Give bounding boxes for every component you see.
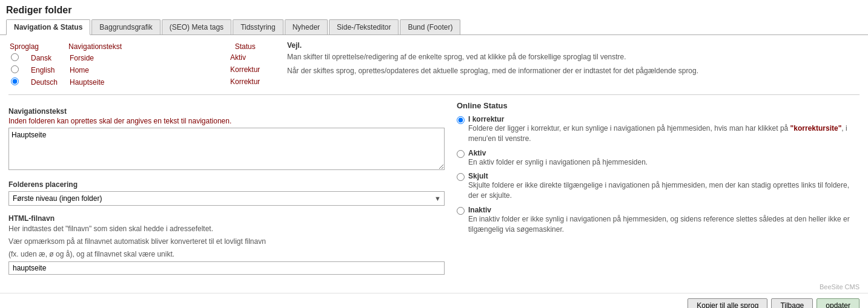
status-option-inaktiv: InaktivEn inaktiv folder er ikke synlig … — [457, 206, 860, 235]
status-desc-inaktiv: En inaktiv folder er ikke synlig i navig… — [468, 214, 860, 235]
sproglag-radio-dansk[interactable] — [11, 53, 19, 61]
tab-nyheder[interactable]: Nyheder — [285, 19, 328, 34]
two-col-layout: Navigationstekst Inden folderen kan opre… — [8, 101, 860, 275]
status-dansk: Aktiv — [228, 52, 262, 63]
copy-to-all-langs-button[interactable]: Kopier til alle sprog — [687, 298, 767, 308]
status-desc-skjult: Skjulte foldere er ikke direkte tilgænge… — [468, 180, 860, 201]
folder-placement-label: Folderens placering — [8, 180, 445, 189]
sproglag-name-deutsch[interactable]: Deutsch — [31, 78, 58, 87]
html-filename-desc3: (fx. uden æ, ø og å), og at filnavnet sk… — [8, 249, 445, 260]
status-option-skjult: SkjultSkjulte foldere er ikke direkte ti… — [457, 172, 860, 201]
online-status-title: Online Status — [457, 101, 860, 110]
status-link-korrektur: "korrektursite" — [790, 124, 842, 133]
vejl-text2: Når der skiftes sprog, oprettes/opdatere… — [287, 66, 860, 76]
tab-nav-status[interactable]: Navigation & Status — [6, 19, 90, 35]
sproglag-radio-english[interactable] — [11, 65, 19, 73]
status-desc-korrektur: Foldere der ligger i korrektur, er kun s… — [468, 123, 860, 144]
bottom-bar: Kopier til alle sprog Tilbage opdater — [0, 293, 868, 308]
col-status-header: Status — [228, 42, 262, 51]
status-radio-aktiv[interactable] — [457, 150, 465, 158]
html-filename-label: HTML-filnavn — [8, 214, 445, 223]
html-filename-desc1: Her indtastes det "filnavn" som siden sk… — [8, 224, 445, 234]
nav-text-input[interactable] — [8, 128, 445, 170]
folder-placement-select-wrapper: Første niveau (ingen folder) ▼ — [8, 191, 445, 206]
col-sproglag: Sproglag — [8, 41, 67, 52]
html-filename-input[interactable] — [8, 261, 445, 275]
status-desc-aktiv: En aktiv folder er synlig i navigationen… — [468, 157, 648, 168]
status-deutsch: Korrektur — [228, 76, 262, 87]
status-title-inaktiv: Inaktiv — [468, 206, 860, 214]
main-content: Sproglag Navigationstekst DanskForsideEn… — [0, 35, 868, 281]
sproglag-name-dansk[interactable]: Dansk — [31, 54, 51, 62]
tab-bar: Navigation & Status Baggrundsgrafik (SEO… — [0, 19, 868, 35]
beesite-watermark: BeeSite CMS — [0, 281, 868, 293]
language-section: Sproglag Navigationstekst DanskForsideEn… — [8, 41, 860, 95]
page-title: Rediger folder — [0, 0, 868, 19]
status-column: Status AktivKorrekturKorrektur — [227, 41, 275, 88]
status-english: Korrektur — [228, 64, 262, 75]
navtext-english[interactable]: Home — [70, 66, 89, 74]
tab-seo-meta[interactable]: (SEO) Meta tags — [162, 19, 231, 34]
status-radio-inaktiv[interactable] — [457, 207, 465, 215]
status-option-korrektur: I korrekturFoldere der ligger i korrektu… — [457, 115, 860, 144]
status-options: I korrekturFoldere der ligger i korrektu… — [457, 115, 860, 235]
right-column: Online Status I korrekturFoldere der lig… — [457, 101, 860, 275]
navtext-deutsch[interactable]: Hauptseite — [70, 78, 104, 87]
help-box: Vejl. Man skifter til oprettelse/rediger… — [287, 41, 860, 88]
left-column: Navigationstekst Inden folderen kan opre… — [8, 101, 445, 275]
tab-bund-footer[interactable]: Bund (Footer) — [400, 19, 460, 34]
status-title-skjult: Skjult — [468, 172, 860, 180]
col-navtext: Navigationstekst — [67, 41, 131, 52]
update-button[interactable]: opdater — [817, 298, 860, 308]
vejl-text1: Man skifter til oprettelse/redigering af… — [287, 52, 860, 62]
tab-tidsstyring[interactable]: Tidsstyring — [233, 19, 283, 34]
status-option-aktiv: AktivEn aktiv folder er synlig i navigat… — [457, 149, 860, 168]
vejl-title: Vejl. — [287, 41, 860, 50]
sproglag-name-english[interactable]: English — [31, 66, 55, 74]
folder-placement-select[interactable]: Første niveau (ingen folder) — [8, 191, 445, 206]
status-radio-skjult[interactable] — [457, 173, 465, 181]
language-table: Sproglag Navigationstekst DanskForsideEn… — [8, 41, 214, 88]
nav-text-label: Navigationstekst — [8, 107, 445, 116]
nav-text-desc: Inden folderen kan oprettes skal der ang… — [8, 117, 445, 125]
status-title-korrektur: I korrektur — [468, 115, 860, 123]
back-button[interactable]: Tilbage — [771, 298, 813, 308]
tab-baggrundsgrafik[interactable]: Baggrundsgrafik — [91, 19, 160, 34]
navtext-dansk[interactable]: Forside — [70, 54, 94, 62]
status-radio-korrektur[interactable] — [457, 116, 465, 124]
status-title-aktiv: Aktiv — [468, 149, 648, 157]
html-filename-desc2: Vær opmærksom på at filnavnet automatisk… — [8, 237, 445, 247]
sproglag-radio-deutsch[interactable] — [11, 77, 19, 85]
tab-side-teksteditor[interactable]: Side-/Teksteditor — [329, 19, 399, 34]
